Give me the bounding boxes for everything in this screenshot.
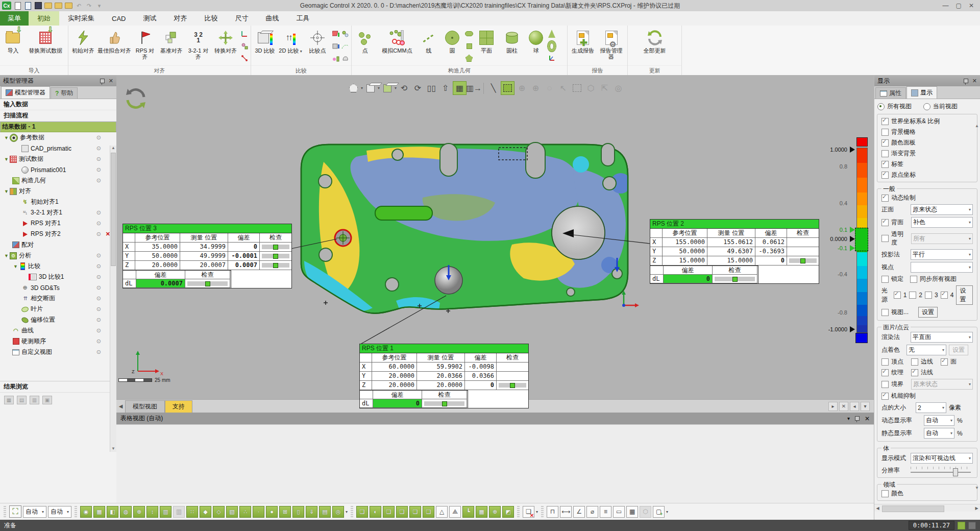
tree-item[interactable]: 叶片⊙ (0, 304, 116, 315)
open-project-icon[interactable] (65, 2, 72, 10)
display-mode-select[interactable]: 渲染和可视边线▾ (911, 453, 973, 464)
layout-icon-1[interactable]: ▦ (4, 396, 14, 404)
table-view-body[interactable] (116, 424, 874, 503)
inspection-part-color-map[interactable] (295, 136, 652, 323)
filter-probe-point-icon[interactable]: ◉ (80, 506, 92, 518)
select-circle-icon[interactable]: ⊕ (516, 82, 528, 94)
3d-compare-button[interactable]: 3D 比较 (253, 27, 277, 65)
table-view-header[interactable]: 表格视图 (自动) ▾ ✕ (116, 413, 874, 424)
checkbox-light-2[interactable] (909, 292, 916, 299)
circle-button[interactable]: 圆 (440, 27, 464, 65)
pane-list-icon[interactable]: ▾ (861, 402, 870, 411)
table-view-pin-icon[interactable] (855, 416, 860, 421)
front-select[interactable]: 原来状态▾ (911, 204, 973, 215)
scale-marker-upper-tol[interactable] (850, 227, 855, 233)
tree-item[interactable]: Prismatic001⊙ (0, 164, 116, 175)
measure-distance-icon[interactable]: ⟷ (560, 506, 572, 518)
generate-report-button[interactable]: ✚ 生成报告 (569, 27, 597, 65)
snap-point-icon[interactable]: ❏ (423, 506, 434, 518)
tree-item[interactable]: ⇈相交断面⊙ (0, 293, 116, 304)
checkbox-back-face[interactable] (881, 219, 889, 226)
menu-item-live-capture[interactable]: 实时采集 (59, 11, 103, 26)
menu-item-align[interactable]: 对齐 (165, 11, 195, 26)
cylinder-button[interactable]: 圆柱 (499, 27, 525, 65)
checkbox-texture[interactable] (881, 369, 889, 376)
tree-item[interactable]: ▼对齐 (0, 186, 116, 197)
checkbox-light-4[interactable] (941, 292, 948, 299)
snap-mesh-icon[interactable]: ◐ (370, 506, 381, 518)
filter-face-feature-icon[interactable]: ▧ (226, 506, 238, 518)
redo-icon[interactable]: ↷ (85, 2, 93, 10)
filter-cylinder-icon[interactable]: ▯ (292, 506, 304, 518)
virtual-edge-icon[interactable] (332, 55, 340, 62)
point-size-select[interactable]: 2▾ (916, 402, 946, 413)
tab-scroll-left-icon[interactable]: ◀ (116, 403, 125, 409)
tab-model-manager[interactable]: 模型管理器 (1, 86, 50, 99)
pane-prev-icon[interactable]: ◂ (850, 402, 859, 411)
menu-item-curve[interactable]: 曲线 (257, 11, 287, 26)
eye-icon[interactable]: ⊙ (96, 327, 101, 334)
section-result-browse[interactable]: 结果浏览 (0, 381, 116, 393)
tab-help[interactable]: ?帮助 (51, 87, 78, 99)
import-scan-icon[interactable] (55, 2, 62, 10)
tree-item[interactable]: 硬测顺序⊙ (0, 336, 116, 347)
checkbox-color-panel[interactable] (881, 139, 889, 147)
render-method-select[interactable]: 平直面▾ (911, 332, 973, 343)
321-align-button[interactable]: 3 21 3-2-1 对齐 (185, 27, 212, 65)
checkbox-gradient-background[interactable] (881, 150, 889, 157)
select-paint-icon[interactable] (571, 82, 583, 94)
menu-item-menu[interactable]: 菜单 (0, 11, 29, 26)
measure-mesh-icon[interactable]: ▦ (626, 506, 638, 518)
point-button[interactable]: 点 (353, 27, 377, 65)
section-scan-process[interactable]: 扫描流程 (0, 110, 116, 122)
import-icon[interactable] (44, 2, 52, 10)
menu-item-test[interactable]: 测试 (134, 11, 165, 26)
select-polygon-icon[interactable]: ⬡ (584, 82, 597, 94)
simulate-cmm-point-button[interactable]: 模拟CMM点 (377, 27, 418, 65)
2d-compare-button[interactable]: ↑↑ 2D 比较 ▾ (277, 27, 304, 65)
split-view-icon[interactable]: ▯▯ (425, 82, 438, 94)
polygon-icon[interactable] (465, 55, 473, 62)
checkbox-light-3[interactable] (925, 292, 932, 299)
viewport-swap-icon[interactable]: ▥→ (468, 82, 480, 94)
cube-map-icon[interactable] (332, 42, 340, 50)
save-icon[interactable] (34, 2, 42, 10)
close-panel-icon[interactable]: ✕ (109, 78, 113, 84)
filter-vertex-feature-icon[interactable]: ◇ (213, 506, 225, 518)
viewpoint-reset-icon[interactable] (125, 87, 147, 110)
section-input-data[interactable]: 输入数据 (0, 99, 116, 110)
menu-item-dimension[interactable]: 尺寸 (226, 11, 257, 26)
deviation-color-scale[interactable]: 1.0000 0.8 0.4 0.1 0.0000 -0.1 -0.4 -0.8… (812, 137, 869, 348)
new-document-icon[interactable] (14, 2, 21, 10)
tree-item[interactable]: 配对 (0, 239, 116, 250)
point-color-select[interactable]: 无▾ (906, 345, 946, 355)
radio-current-view[interactable] (923, 103, 930, 110)
eye-icon[interactable]: ⊙ (96, 284, 101, 291)
filter-scan-data-icon[interactable]: ▦ (93, 506, 105, 518)
report-manager-button[interactable]: ⚙ 报告管理器 (597, 27, 626, 65)
scale-marker-zero[interactable] (850, 236, 855, 242)
tree-item[interactable]: ³²₁3-2-1 对齐1⊙ (0, 207, 116, 218)
checkbox-edge[interactable] (911, 358, 918, 366)
expander-icon[interactable]: ▼ (3, 253, 10, 258)
torus-icon[interactable] (548, 42, 556, 50)
expander-icon[interactable]: ▼ (12, 264, 19, 269)
snap-body-icon[interactable]: ❏ (356, 506, 368, 518)
tree-item[interactable]: ▼测试数据⊙ (0, 154, 116, 164)
light-settings-button[interactable]: 设置 (956, 285, 973, 305)
menu-item-cad[interactable]: CAD (103, 11, 134, 26)
transform-align-button[interactable]: 转换对齐 (212, 27, 240, 65)
tree-item[interactable]: 自定义视图⊙ (0, 347, 116, 357)
curvature-map-icon[interactable] (332, 30, 340, 38)
view-textured-caret[interactable]: ▾ (395, 86, 397, 90)
tree-item[interactable]: ⊕3D GD&Ts⊙ (0, 282, 116, 293)
checkbox-lock[interactable] (881, 276, 889, 283)
checkbox-light-1[interactable] (894, 292, 901, 299)
snap-cone-axis-icon[interactable]: ⟁ (449, 506, 461, 518)
right-panel-hscrollbar[interactable]: ◀▶ (874, 504, 980, 512)
checkbox-normal[interactable] (911, 369, 918, 376)
expander-icon[interactable]: ▼ (3, 157, 10, 162)
menu-item-home[interactable]: 初始 (29, 11, 59, 26)
silhouette-icon[interactable] (341, 55, 349, 62)
checkbox-view-clip[interactable] (881, 309, 889, 316)
